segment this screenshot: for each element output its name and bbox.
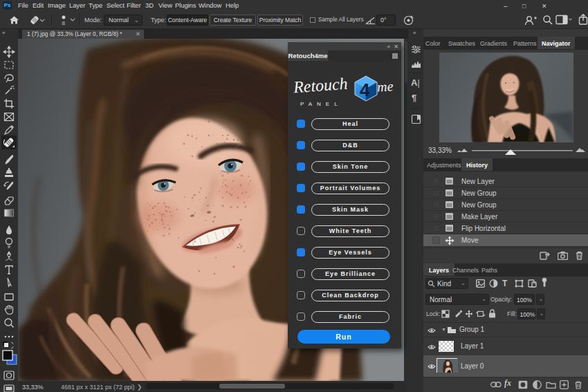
- svg-text:4: 4: [360, 80, 370, 100]
- svg-text:8: 8: [62, 20, 66, 26]
